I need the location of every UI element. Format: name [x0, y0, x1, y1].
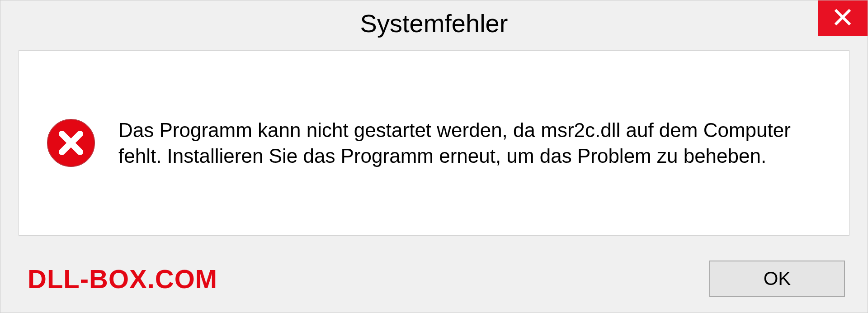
content-area: Das Programm kann nicht gestartet werden… [19, 50, 849, 236]
ok-button-label: OK [764, 268, 791, 289]
watermark-text: DLL-BOX.COM [28, 264, 217, 294]
close-button[interactable] [818, 0, 868, 36]
titlebar: Systemfehler [0, 0, 868, 46]
close-icon [834, 8, 852, 28]
error-dialog: Systemfehler Das Programm kann nicht ges… [0, 0, 868, 313]
error-icon [46, 118, 96, 168]
dialog-footer: DLL-BOX.COM OK [0, 245, 868, 313]
error-message: Das Programm kann nicht gestartet werden… [118, 117, 822, 169]
dialog-title: Systemfehler [360, 9, 508, 38]
ok-button[interactable]: OK [709, 261, 845, 297]
